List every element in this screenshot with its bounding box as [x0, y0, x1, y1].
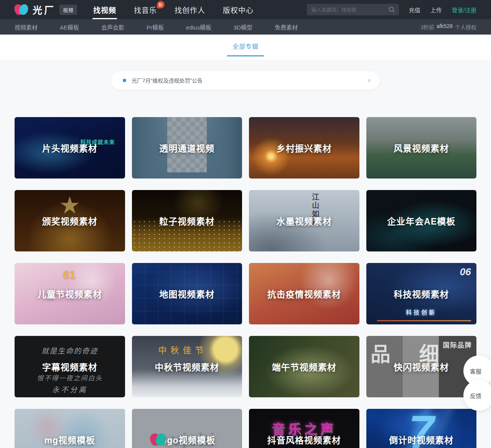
subnav-huishenghuiying[interactable]: 会声会影 [101, 23, 124, 31]
main-nav: 找视频 找音乐新 找创作人 版权中心 [93, 0, 254, 19]
feedback-button[interactable]: 反馈 [463, 380, 491, 411]
album-card-yiqing[interactable]: 抗击疫情视频素材 [249, 263, 359, 324]
bullet-dot-icon [123, 79, 126, 82]
login-register-link[interactable]: 登录/注册 [452, 6, 476, 14]
album-card-mg[interactable]: mg视频模板 [15, 409, 125, 448]
search-input[interactable] [307, 4, 399, 15]
album-card-ditu[interactable]: 地图视频素材 [132, 263, 242, 324]
card-title: 粒子视频素材 [132, 190, 242, 251]
album-card-shuimo[interactable]: 江山如画水墨视频素材 [249, 190, 359, 251]
logo-icon [15, 4, 28, 15]
nav-find-video[interactable]: 找视频 [93, 0, 116, 19]
album-card-lizi[interactable]: 粒子视频素材 [132, 190, 242, 251]
nav-label: 找音乐 [134, 5, 157, 15]
nav-copyright-center[interactable]: 版权中心 [223, 0, 254, 19]
tab-all-albums[interactable]: 全部专辑 [232, 41, 259, 60]
album-card-logo[interactable]: vjshilogo视频模板 [132, 409, 242, 448]
nav-find-creator[interactable]: 找创作人 [175, 0, 205, 19]
card-title: 抖音风格视频素材 [249, 409, 359, 448]
top-links: 充值 上传 登录/注册 [409, 6, 476, 14]
license-ticker: 3秒前 afk528 个人授权 [420, 23, 476, 31]
album-card-fengjing[interactable]: 风景视频素材 [366, 117, 477, 179]
card-title: 科技视频素材 [366, 263, 477, 324]
card-title: 抗击疫情视频素材 [249, 263, 359, 324]
album-card-banjiang[interactable]: 颁奖视频素材 [15, 190, 125, 251]
subnav-3d-model[interactable]: 3D模型 [234, 23, 252, 31]
album-card-zhongqiu[interactable]: 中秋佳节中秋节视频素材 [132, 336, 242, 397]
album-card-touming[interactable]: 透明通道视频 [132, 117, 242, 179]
album-card-daojishi[interactable]: 7倒计时视频素材 [366, 409, 477, 448]
subnav-free-footage[interactable]: 免费素材 [275, 23, 298, 31]
album-card-duanwu[interactable]: 端午节视频素材 [249, 336, 359, 397]
album-card-keji[interactable]: 06科技创新科技视频素材 [366, 263, 477, 324]
recharge-link[interactable]: 充值 [409, 6, 420, 14]
subnav-pr-template[interactable]: Pr模板 [147, 23, 164, 31]
card-title: logo视频模板 [132, 409, 242, 448]
subnav-ae-template[interactable]: AE模板 [60, 23, 79, 31]
upload-link[interactable]: 上传 [430, 6, 442, 14]
search-box [307, 4, 399, 15]
announcement-link[interactable]: 光厂7月“维权及违规处罚”公告 [132, 76, 203, 84]
nav-find-music[interactable]: 找音乐新 [134, 0, 157, 19]
card-title: 地图视频素材 [132, 263, 242, 324]
album-card-zimu[interactable]: 就是生命的奇迹恨不得一夜之间白头永不分离字幕视频素材 [15, 336, 125, 397]
album-card-xiangcun[interactable]: 乡村振兴素材 [249, 117, 359, 179]
card-title: 风景视频素材 [366, 117, 477, 179]
album-card-kuaishan[interactable]: 国际品牌快闪视频素材 [366, 336, 477, 397]
subnav-edius-template[interactable]: edius模板 [186, 23, 211, 31]
card-title: 中秋节视频素材 [132, 336, 242, 397]
ticker-user: afk528 [437, 23, 453, 31]
album-card-ertongjie[interactable]: 61儿童节视频素材 [15, 263, 125, 324]
album-card-nianhui[interactable]: 企业年会AE模板 [366, 190, 477, 251]
card-title: 企业年会AE模板 [366, 190, 477, 251]
nav-label: 找视频 [93, 5, 116, 15]
ticker-time: 3秒前 [420, 23, 434, 31]
vjshi-logo-icon [150, 433, 166, 446]
logo-video-badge: 视频 [59, 5, 77, 15]
logo-text: 光厂 [33, 3, 56, 17]
card-title: 快闪视频素材 [366, 336, 477, 397]
card-title: 片头视频素材 [15, 117, 125, 179]
card-title: 颁奖视频素材 [15, 190, 125, 251]
search-icon[interactable] [388, 6, 395, 13]
album-card-piantou[interactable]: 科技成就未来片头视频素材 [15, 117, 125, 179]
card-title: 字幕视频素材 [15, 336, 125, 397]
card-title: 倒计时视频素材 [366, 409, 477, 448]
album-tab-band: 全部专辑 [0, 35, 491, 60]
announcement-bar: 光厂7月“维权及违规处罚”公告 × [111, 71, 380, 89]
close-icon[interactable]: × [367, 77, 371, 84]
card-title: 端午节视频素材 [249, 336, 359, 397]
card-title: 透明通道视频 [132, 117, 242, 179]
card-title: mg视频模板 [15, 409, 125, 448]
new-badge: 新 [157, 1, 165, 8]
top-bar: 光厂 视频 找视频 找音乐新 找创作人 版权中心 充值 上传 登录/注册 [0, 0, 491, 19]
ticker-license: 个人授权 [455, 23, 476, 31]
category-nav: 视频素材 AE模板 会声会影 Pr模板 edius模板 3D模型 免费素材 3秒… [0, 19, 491, 35]
card-title: 水墨视频素材 [249, 190, 359, 251]
card-title: 乡村振兴素材 [249, 117, 359, 179]
site-logo[interactable]: 光厂 视频 [15, 3, 77, 17]
album-card-douyin[interactable]: 音乐之声SOUND OF MUSIC抖音风格视频素材 [249, 409, 359, 448]
nav-label: 找创作人 [175, 5, 205, 15]
nav-label: 版权中心 [223, 5, 254, 15]
card-title: 儿童节视频素材 [15, 263, 125, 324]
album-grid: 科技成就未来片头视频素材 透明通道视频 乡村振兴素材 风景视频素材 颁奖视频素材… [0, 117, 491, 448]
subnav-video-footage[interactable]: 视频素材 [15, 23, 38, 31]
